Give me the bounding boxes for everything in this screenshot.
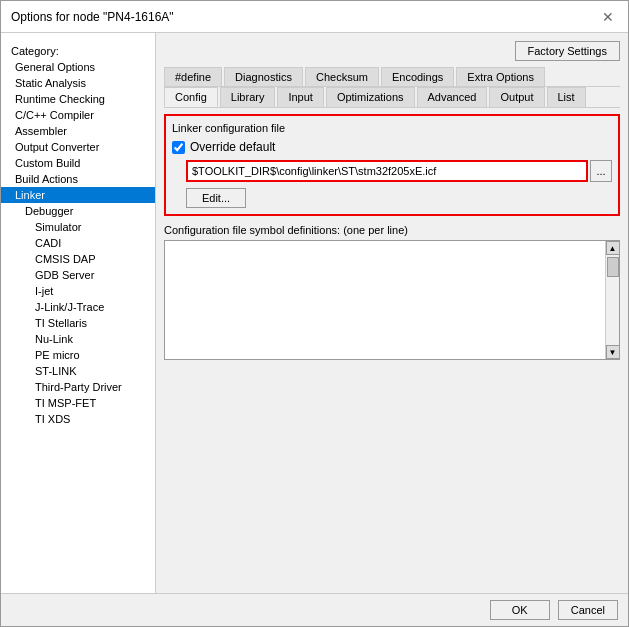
tab-list[interactable]: List [547, 87, 586, 107]
linker-config-section: Linker configuration file Override defau… [164, 114, 620, 216]
sidebar-item-cadi[interactable]: CADI [1, 235, 155, 251]
tab-config[interactable]: Config [164, 87, 218, 107]
factory-btn-row: Factory Settings [164, 41, 620, 61]
right-panel: Factory Settings #defineDiagnosticsCheck… [156, 33, 628, 593]
scroll-down-arrow[interactable]: ▼ [606, 345, 620, 359]
left-panel: Category: General OptionsStatic Analysis… [1, 33, 156, 593]
tab-input[interactable]: Input [277, 87, 323, 107]
close-button[interactable]: ✕ [598, 7, 618, 27]
dialog-footer: OK Cancel [1, 593, 628, 626]
tab-extra-options[interactable]: Extra Options [456, 67, 545, 86]
edit-button[interactable]: Edit... [186, 188, 246, 208]
sidebar-item-runtime-checking[interactable]: Runtime Checking [1, 91, 155, 107]
sidebar-item-ti-stellaris[interactable]: TI Stellaris [1, 315, 155, 331]
sidebar-item-nu-link[interactable]: Nu-Link [1, 331, 155, 347]
factory-settings-button[interactable]: Factory Settings [515, 41, 620, 61]
tree-container: General OptionsStatic AnalysisRuntime Ch… [1, 59, 155, 427]
sidebar-item-ti-msp-fet[interactable]: TI MSP-FET [1, 395, 155, 411]
dialog-window: Options for node "PN4-1616A" ✕ Category:… [0, 0, 629, 627]
tabs-row1: #defineDiagnosticsChecksumEncodingsExtra… [164, 67, 620, 87]
sidebar-item-pe-micro[interactable]: PE micro [1, 347, 155, 363]
tab-advanced[interactable]: Advanced [417, 87, 488, 107]
sidebar-item-debugger[interactable]: Debugger [1, 203, 155, 219]
tab-diagnostics[interactable]: Diagnostics [224, 67, 303, 86]
tabs-row2: ConfigLibraryInputOptimizationsAdvancedO… [164, 87, 620, 108]
sidebar-item-simulator[interactable]: Simulator [1, 219, 155, 235]
sidebar-item-output-converter[interactable]: Output Converter [1, 139, 155, 155]
title-bar: Options for node "PN4-1616A" ✕ [1, 1, 628, 33]
sidebar-item-gdb-server[interactable]: GDB Server [1, 267, 155, 283]
tab-encodings[interactable]: Encodings [381, 67, 454, 86]
sidebar-item-static-analysis[interactable]: Static Analysis [1, 75, 155, 91]
sidebar-item-linker[interactable]: Linker [1, 187, 155, 203]
sidebar-item-i-jet[interactable]: I-jet [1, 283, 155, 299]
scrollbar-thumb [606, 255, 619, 345]
override-default-label: Override default [190, 140, 275, 154]
sidebar-item-c-compiler[interactable]: C/C++ Compiler [1, 107, 155, 123]
browse-button[interactable]: ... [590, 160, 612, 182]
override-default-checkbox[interactable] [172, 141, 185, 154]
sidebar-item-cmsis-dap[interactable]: CMSIS DAP [1, 251, 155, 267]
tab-library[interactable]: Library [220, 87, 276, 107]
sidebar-item-ti-xds[interactable]: TI XDS [1, 411, 155, 427]
override-default-row: Override default [172, 140, 612, 154]
linker-config-legend: Linker configuration file [172, 122, 612, 134]
tab-output[interactable]: Output [489, 87, 544, 107]
tab-checksum[interactable]: Checksum [305, 67, 379, 86]
sidebar-item-st-link[interactable]: ST-LINK [1, 363, 155, 379]
sidebar-item-build-actions[interactable]: Build Actions [1, 171, 155, 187]
scroll-up-arrow[interactable]: ▲ [606, 241, 620, 255]
category-label: Category: [1, 41, 155, 59]
ok-button[interactable]: OK [490, 600, 550, 620]
tab-optimizations[interactable]: Optimizations [326, 87, 415, 107]
definitions-label: Configuration file symbol definitions: (… [164, 224, 620, 236]
definitions-box[interactable]: ▲ ▼ [164, 240, 620, 360]
dialog-body: Category: General OptionsStatic Analysis… [1, 33, 628, 593]
file-row: ... [186, 160, 612, 182]
scrollbar-vertical[interactable]: ▲ ▼ [605, 241, 619, 359]
sidebar-item-assembler[interactable]: Assembler [1, 123, 155, 139]
edit-btn-row: Edit... [186, 188, 612, 208]
config-file-input[interactable] [186, 160, 588, 182]
sidebar-item-third-party-driver[interactable]: Third-Party Driver [1, 379, 155, 395]
sidebar-item-general-options[interactable]: General Options [1, 59, 155, 75]
thumb-block [607, 257, 619, 277]
sidebar-item-jlink-jtrace[interactable]: J-Link/J-Trace [1, 299, 155, 315]
dialog-title: Options for node "PN4-1616A" [11, 10, 174, 24]
cancel-button[interactable]: Cancel [558, 600, 618, 620]
content-area: Linker configuration file Override defau… [164, 114, 620, 585]
tab-define[interactable]: #define [164, 67, 222, 86]
sidebar-item-custom-build[interactable]: Custom Build [1, 155, 155, 171]
